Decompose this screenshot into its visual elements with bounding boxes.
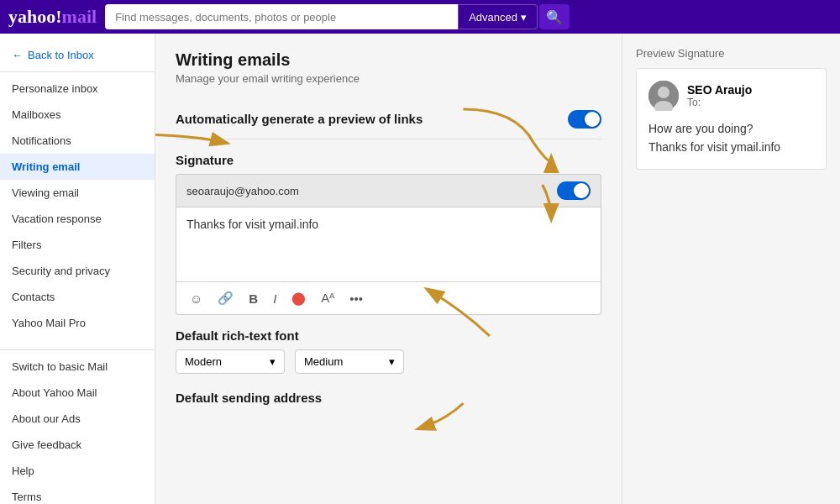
- link-button[interactable]: 🔗: [214, 289, 237, 307]
- top-nav: yahoo!mail Advanced ▾ 🔍: [0, 0, 840, 34]
- avatar-icon: [648, 81, 679, 111]
- signature-email: seoaraujo@yahoo.com: [186, 185, 299, 197]
- sidebar-item-help[interactable]: Help: [0, 458, 155, 484]
- preview-body-line2: Thanks for visit ymail.info: [648, 138, 814, 156]
- sender-info: SEO Araujo To:: [687, 83, 752, 108]
- sidebar-item-yahoo-mail-pro[interactable]: Yahoo Mail Pro: [0, 310, 155, 336]
- sidebar-item-notifications[interactable]: Notifications: [0, 128, 155, 154]
- preview-body-line1: How are you doing?: [648, 119, 814, 138]
- signature-toggle[interactable]: [557, 181, 591, 200]
- sidebar-item-switch-basic[interactable]: Switch to basic Mail: [0, 354, 155, 380]
- preview-title: Preview Signature: [636, 47, 827, 60]
- back-to-inbox-label: Back to Inbox: [28, 49, 94, 61]
- size-option: Medium: [304, 355, 343, 368]
- main-layout: ← Back to Inbox Personalize inbox Mailbo…: [0, 34, 840, 504]
- sidebar-item-contacts[interactable]: Contacts: [0, 284, 155, 310]
- font-row: Modern ▾ Medium ▾: [176, 349, 601, 374]
- signature-email-row: seoaraujo@yahoo.com: [176, 174, 601, 207]
- sidebar-item-personalize-inbox[interactable]: Personalize inbox: [0, 76, 155, 102]
- font-option: Modern: [185, 355, 222, 368]
- sidebar-item-give-feedback[interactable]: Give feedback: [0, 432, 155, 458]
- sidebar-item-about-ads[interactable]: About our Ads: [0, 406, 155, 432]
- section-title: Writing emails: [176, 50, 601, 70]
- more-button[interactable]: •••: [346, 290, 366, 307]
- advanced-label: Advanced: [469, 11, 517, 24]
- preview-body: How are you doing? Thanks for visit ymai…: [648, 119, 814, 157]
- search-input[interactable]: [105, 4, 458, 29]
- section-subtitle: Manage your email writing experience: [176, 72, 601, 85]
- fontsize-button[interactable]: Aᴬ: [318, 289, 338, 307]
- signature-toolbar: ☺ 🔗 B I ⬤ Aᴬ •••: [176, 282, 601, 315]
- signature-editor[interactable]: Thanks for visit ymail.info: [176, 207, 601, 282]
- preview-card: SEO Araujo To: How are you doing? Thanks…: [636, 68, 827, 170]
- size-select[interactable]: Medium ▾: [295, 349, 404, 374]
- italic-button[interactable]: I: [270, 290, 280, 307]
- font-select[interactable]: Modern ▾: [176, 349, 285, 374]
- size-chevron-icon: ▾: [389, 355, 395, 368]
- sidebar: ← Back to Inbox Personalize inbox Mailbo…: [0, 34, 155, 504]
- sidebar-divider-2: [0, 349, 155, 350]
- avatar: [648, 81, 679, 111]
- font-heading: Default rich-text font: [176, 328, 601, 343]
- sidebar-item-viewing-email[interactable]: Viewing email: [0, 180, 155, 206]
- advanced-button[interactable]: Advanced ▾: [458, 4, 538, 29]
- back-to-inbox-link[interactable]: ← Back to Inbox: [0, 42, 155, 68]
- search-button[interactable]: 🔍: [539, 4, 570, 29]
- main-content: Writing emails Manage your email writing…: [155, 34, 622, 504]
- preview-sender-row: SEO Araujo To:: [648, 81, 814, 111]
- address-section: Default sending address: [176, 391, 601, 405]
- signature-heading: Signature: [176, 153, 601, 167]
- emoji-button[interactable]: ☺: [186, 290, 206, 307]
- font-chevron-icon: ▾: [270, 355, 276, 368]
- auto-preview-setting: Automatically generate a preview of link…: [176, 100, 601, 139]
- signature-section: Signature seoaraujo@yahoo.com Thanks for…: [176, 153, 601, 315]
- address-heading: Default sending address: [176, 391, 601, 405]
- sidebar-divider: [0, 71, 155, 72]
- sidebar-item-writing-email[interactable]: Writing email: [0, 154, 155, 180]
- bold-button[interactable]: B: [245, 290, 261, 307]
- auto-preview-label: Automatically generate a preview of link…: [176, 110, 423, 128]
- yahoo-logo: yahoo!mail: [8, 6, 97, 28]
- preview-sender-name: SEO Araujo: [687, 83, 752, 97]
- sidebar-item-security-privacy[interactable]: Security and privacy: [0, 258, 155, 284]
- back-arrow-icon: ←: [12, 49, 23, 61]
- auto-preview-toggle[interactable]: [568, 110, 601, 129]
- color-button[interactable]: ⬤: [288, 289, 309, 307]
- font-section: Default rich-text font Modern ▾ Medium ▾: [176, 328, 601, 374]
- sidebar-item-mailboxes[interactable]: Mailboxes: [0, 102, 155, 128]
- right-panel: Preview Signature SEO Araujo To: How are…: [622, 34, 840, 504]
- sidebar-item-vacation-response[interactable]: Vacation response: [0, 206, 155, 232]
- preview-to-label: To:: [687, 97, 752, 108]
- svg-point-1: [658, 87, 669, 98]
- sidebar-item-filters[interactable]: Filters: [0, 232, 155, 258]
- sidebar-item-about-yahoo[interactable]: About Yahoo Mail: [0, 380, 155, 406]
- chevron-down-icon: ▾: [521, 11, 527, 24]
- sidebar-item-terms[interactable]: Terms: [0, 484, 155, 504]
